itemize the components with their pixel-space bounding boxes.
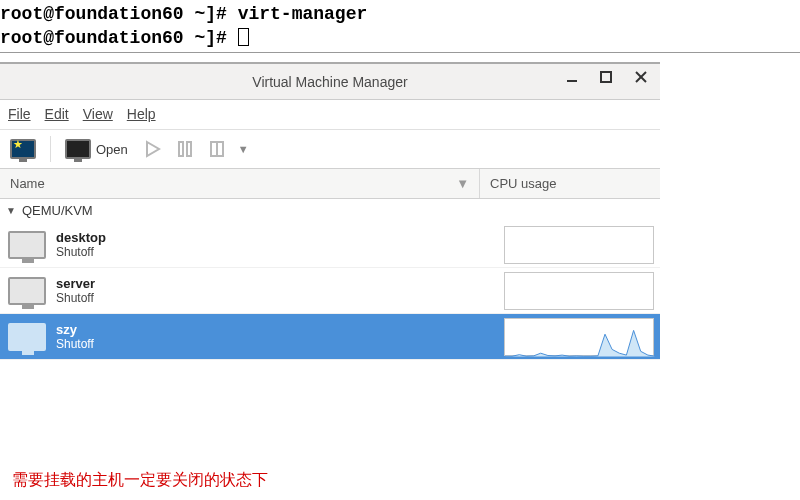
terminal-prompt: root@foundation60 ~]# xyxy=(0,28,238,48)
cpu-sparkline xyxy=(504,226,654,264)
column-name-label: Name xyxy=(10,176,45,191)
menu-help[interactable]: Help xyxy=(127,106,156,123)
vm-name: server xyxy=(56,276,476,291)
vm-name: szy xyxy=(56,322,476,337)
svg-rect-1 xyxy=(601,72,611,82)
svg-marker-4 xyxy=(147,142,159,156)
column-cpu[interactable]: CPU usage xyxy=(480,169,660,198)
maximize-button[interactable] xyxy=(600,70,614,84)
virt-manager-window: Virtual Machine Manager File Edit View H… xyxy=(0,62,660,360)
column-headers: Name ▼ CPU usage xyxy=(0,169,660,199)
sort-indicator-icon: ▼ xyxy=(456,176,469,191)
menu-file[interactable]: File xyxy=(8,106,31,123)
run-button[interactable] xyxy=(142,138,164,160)
vm-row-desktop[interactable]: desktop Shutoff xyxy=(0,222,660,268)
svg-rect-5 xyxy=(179,142,183,156)
new-vm-icon xyxy=(10,139,36,159)
vm-monitor-icon xyxy=(8,277,46,305)
menu-edit[interactable]: Edit xyxy=(45,106,69,123)
connection-row[interactable]: ▼ QEMU/KVM xyxy=(0,199,660,222)
window-controls xyxy=(566,70,648,84)
minimize-button[interactable] xyxy=(566,70,580,84)
open-label: Open xyxy=(96,142,128,157)
vm-state: Shutoff xyxy=(56,291,476,305)
toolbar: Open ▼ xyxy=(0,130,660,169)
terminal[interactable]: root@foundation60 ~]# virt-manager root@… xyxy=(0,0,800,50)
close-button[interactable] xyxy=(634,70,648,84)
vm-row-szy[interactable]: szy Shutoff xyxy=(0,314,660,360)
vm-name: desktop xyxy=(56,230,476,245)
vm-state: Shutoff xyxy=(56,337,476,351)
terminal-prompt: root@foundation60 ~]# xyxy=(0,4,238,24)
vm-monitor-icon xyxy=(8,231,46,259)
menubar: File Edit View Help xyxy=(0,100,660,130)
menu-view[interactable]: View xyxy=(83,106,113,123)
vm-row-server[interactable]: server Shutoff xyxy=(0,268,660,314)
new-vm-button[interactable] xyxy=(6,137,40,161)
vm-tree: ▼ QEMU/KVM desktop Shutoff server Shutof… xyxy=(0,199,660,360)
terminal-cursor xyxy=(238,28,249,46)
cpu-sparkline xyxy=(504,272,654,310)
shutdown-menu-arrow-icon[interactable]: ▼ xyxy=(238,143,249,155)
column-cpu-label: CPU usage xyxy=(490,176,556,191)
terminal-command: virt-manager xyxy=(238,4,368,24)
cpu-sparkline xyxy=(504,318,654,356)
column-name[interactable]: Name ▼ xyxy=(0,169,480,198)
expander-icon[interactable]: ▼ xyxy=(6,205,16,216)
vm-monitor-icon xyxy=(8,323,46,351)
pause-button[interactable] xyxy=(174,138,196,160)
divider xyxy=(0,52,800,53)
open-button[interactable]: Open xyxy=(61,137,132,161)
svg-rect-8 xyxy=(216,142,218,156)
open-console-icon xyxy=(65,139,91,159)
toolbar-separator xyxy=(50,136,51,162)
titlebar[interactable]: Virtual Machine Manager xyxy=(0,64,660,100)
vm-state: Shutoff xyxy=(56,245,476,259)
shutdown-button[interactable] xyxy=(206,138,228,160)
window-title: Virtual Machine Manager xyxy=(0,74,660,90)
connection-label: QEMU/KVM xyxy=(22,203,93,218)
annotation-text: 需要挂载的主机一定要关闭的状态下 xyxy=(6,464,274,497)
svg-rect-6 xyxy=(187,142,191,156)
